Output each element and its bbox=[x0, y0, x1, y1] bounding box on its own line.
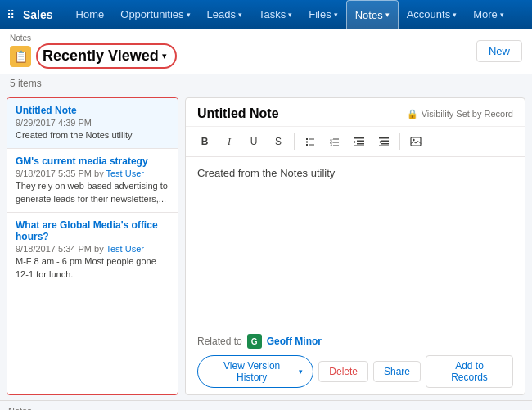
svg-rect-20 bbox=[379, 146, 389, 147]
image-button[interactable] bbox=[405, 132, 426, 151]
svg-rect-18 bbox=[381, 141, 389, 142]
svg-point-23 bbox=[413, 139, 414, 141]
nav-item-more[interactable]: More ▾ bbox=[465, 0, 512, 29]
page-title-row: 📋 Recently Viewed ▾ bbox=[10, 43, 177, 69]
nav-label-leads: Leads bbox=[207, 8, 236, 20]
editor-toolbar: B I U S 1. 2. bbox=[186, 127, 525, 157]
related-name[interactable]: Geoff Minor bbox=[267, 336, 322, 347]
svg-marker-16 bbox=[354, 141, 356, 143]
nav-label-home: Home bbox=[76, 8, 105, 20]
add-to-records-button[interactable]: Add to Records bbox=[426, 355, 513, 388]
svg-rect-5 bbox=[309, 145, 314, 146]
note-date: 9/29/2017 4:39 PM bbox=[16, 118, 169, 128]
bottom-bar: Notes bbox=[0, 400, 532, 410]
svg-rect-4 bbox=[306, 144, 308, 146]
svg-rect-1 bbox=[309, 139, 314, 140]
underline-button[interactable]: U bbox=[243, 132, 264, 151]
list-item[interactable]: Untitled Note 9/29/2017 4:39 PM Created … bbox=[7, 98, 178, 149]
nav-item-accounts[interactable]: Accounts ▾ bbox=[399, 0, 465, 29]
note-title: GM's current media strategy bbox=[16, 155, 169, 167]
svg-rect-7 bbox=[333, 139, 339, 140]
second-bar: Notes 📋 Recently Viewed ▾ New bbox=[0, 29, 532, 74]
indent-button[interactable] bbox=[349, 132, 370, 151]
note-title: What are Global Media's office hours? bbox=[16, 219, 169, 242]
notes-list: Untitled Note 9/29/2017 4:39 PM Created … bbox=[7, 97, 178, 395]
top-navigation: ⠿ Sales Home Opportunities ▾ Leads ▾ Tas… bbox=[0, 0, 532, 29]
note-preview: Created from the Notes utility bbox=[16, 129, 169, 142]
svg-marker-21 bbox=[379, 141, 381, 143]
note-date: 9/18/2017 5:35 PM by Test User bbox=[16, 169, 169, 178]
view-version-history-button[interactable]: View Version History ▾ bbox=[197, 355, 313, 388]
dropdown-chevron-icon: ▾ bbox=[299, 367, 303, 376]
list-item[interactable]: What are Global Media's office hours? 9/… bbox=[7, 213, 178, 287]
lock-icon: 🔒 bbox=[407, 109, 418, 119]
related-to-row: Related to G Geoff Minor bbox=[197, 334, 513, 349]
editor-area[interactable]: Created from the Notes utility bbox=[186, 157, 525, 327]
list-item[interactable]: GM's current media strategy 9/18/2017 5:… bbox=[7, 149, 178, 213]
nav-label-files: Files bbox=[309, 8, 331, 20]
svg-rect-19 bbox=[381, 143, 389, 145]
chevron-icon: ▾ bbox=[288, 11, 292, 19]
svg-rect-14 bbox=[357, 143, 364, 145]
numbered-list-icon: 1. 2. 3. bbox=[329, 136, 340, 147]
italic-button[interactable]: I bbox=[219, 132, 240, 151]
new-button[interactable]: New bbox=[476, 40, 522, 62]
nav-items: Home Opportunities ▾ Leads ▾ Tasks ▾ Fil… bbox=[68, 0, 525, 29]
indent-icon bbox=[354, 136, 365, 147]
svg-rect-12 bbox=[354, 137, 364, 139]
editor-content: Created from the Notes utility bbox=[197, 167, 335, 179]
chevron-icon: ▾ bbox=[500, 11, 504, 19]
bottom-bar-label: Notes bbox=[8, 406, 32, 411]
svg-rect-15 bbox=[354, 146, 364, 147]
dots-icon[interactable]: ⠿ bbox=[7, 8, 15, 21]
notes-icon-box: 📋 bbox=[10, 46, 31, 67]
svg-rect-11 bbox=[333, 146, 339, 146]
user-link[interactable]: Test User bbox=[106, 244, 144, 254]
note-date: 9/18/2017 5:34 PM by Test User bbox=[16, 244, 169, 254]
chevron-icon: ▾ bbox=[453, 11, 457, 19]
nav-item-home[interactable]: Home bbox=[68, 0, 113, 29]
chevron-icon: ▾ bbox=[238, 11, 242, 19]
nav-label-tasks: Tasks bbox=[259, 8, 286, 20]
nav-label-more: More bbox=[473, 8, 498, 20]
chevron-icon: ▾ bbox=[385, 11, 390, 19]
chevron-icon: ▾ bbox=[334, 11, 338, 19]
share-button[interactable]: Share bbox=[373, 361, 421, 382]
breadcrumb-area: Notes 📋 Recently Viewed ▾ bbox=[10, 34, 177, 69]
svg-rect-2 bbox=[306, 142, 308, 143]
strikethrough-button[interactable]: S bbox=[268, 132, 289, 151]
svg-text:3.: 3. bbox=[330, 142, 333, 147]
toolbar-divider bbox=[294, 133, 295, 150]
chevron-icon: ▾ bbox=[187, 11, 191, 19]
page-title: Recently Viewed bbox=[43, 47, 159, 65]
note-preview: They rely on web-based advertising to ge… bbox=[16, 180, 169, 205]
svg-rect-3 bbox=[309, 142, 314, 142]
page-title-dropdown[interactable]: Recently Viewed ▾ bbox=[36, 43, 177, 69]
breadcrumb: Notes bbox=[10, 34, 177, 43]
svg-rect-0 bbox=[306, 138, 308, 140]
action-buttons: View Version History ▾ Delete Share Add … bbox=[197, 355, 513, 388]
items-count: 5 items bbox=[0, 74, 532, 92]
editor-panel: Untitled Note 🔒 Visibility Set by Record… bbox=[185, 97, 525, 395]
bullet-list-button[interactable] bbox=[300, 132, 321, 151]
delete-button[interactable]: Delete bbox=[318, 361, 368, 382]
note-title: Untitled Note bbox=[16, 105, 169, 116]
bold-button[interactable]: B bbox=[194, 132, 215, 151]
user-link[interactable]: Test User bbox=[106, 169, 144, 178]
outdent-button[interactable] bbox=[373, 132, 394, 151]
related-icon: G bbox=[247, 334, 262, 349]
nav-label-notes: Notes bbox=[355, 9, 383, 21]
nav-item-leads[interactable]: Leads ▾ bbox=[199, 0, 250, 29]
nav-item-opportunities[interactable]: Opportunities ▾ bbox=[112, 0, 198, 29]
nav-item-notes[interactable]: Notes ▾ bbox=[346, 0, 399, 29]
main-content: Untitled Note 9/29/2017 4:39 PM Created … bbox=[0, 92, 532, 400]
editor-header: Untitled Note 🔒 Visibility Set by Record bbox=[186, 98, 525, 127]
outdent-icon bbox=[378, 136, 390, 147]
app-name: Sales bbox=[23, 8, 53, 21]
svg-rect-9 bbox=[333, 142, 339, 143]
bullet-list-icon bbox=[304, 136, 316, 147]
svg-rect-13 bbox=[357, 141, 364, 142]
nav-item-tasks[interactable]: Tasks ▾ bbox=[250, 0, 300, 29]
nav-item-files[interactable]: Files ▾ bbox=[300, 0, 345, 29]
numbered-list-button[interactable]: 1. 2. 3. bbox=[324, 132, 345, 151]
